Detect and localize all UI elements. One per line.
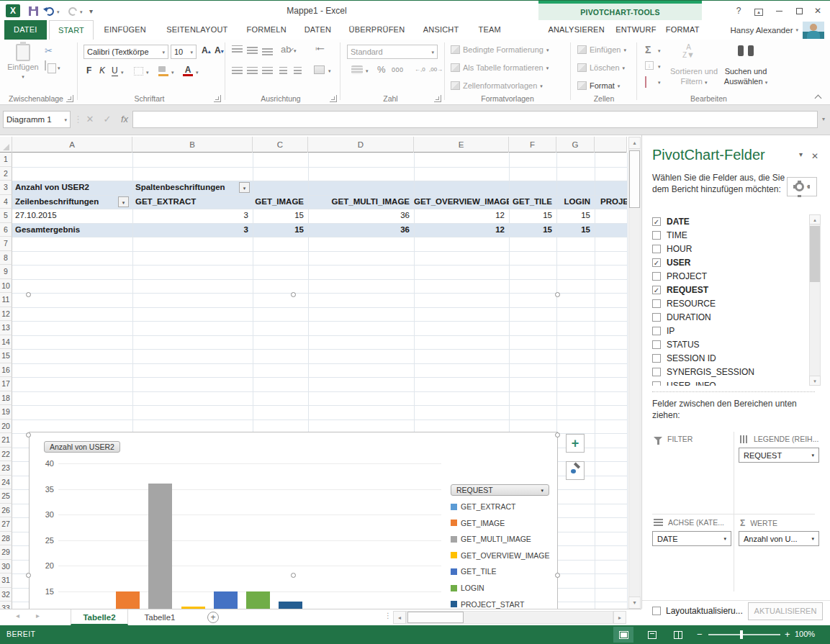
chart-bar-project_start[interactable] [279,602,302,609]
row-header-3[interactable]: 3 [0,181,12,195]
merge-dropdown-icon[interactable]: ▾ [328,68,331,73]
field-checkbox[interactable] [652,299,661,308]
field-item-user-info[interactable]: USER_INFO [652,378,805,386]
pivot-header-cell[interactable]: LOGIN [556,195,595,209]
chart-bar-get_image[interactable] [116,591,140,609]
fill-color-dropdown-icon[interactable]: ▾ [171,70,174,75]
insert-function-icon[interactable]: fx [117,111,132,128]
chart-selection-handle[interactable] [555,573,560,578]
field-item-duration[interactable]: DURATION [652,310,805,324]
chart-selection-handle[interactable] [26,292,31,297]
chart-bar-get_tile[interactable] [214,591,238,609]
update-button[interactable]: AKTUALISIEREN [748,602,823,620]
align-center-icon[interactable] [247,67,258,74]
underline-button[interactable]: U [112,65,118,76]
sheet-tab-tabelle1[interactable]: Tabelle1 [131,609,189,625]
pivot-value-cell[interactable]: 15 [253,209,308,223]
column-header-h[interactable] [595,137,627,153]
row-header-17[interactable]: 17 [0,377,12,391]
pivot-col-label-cell[interactable]: Spaltenbeschriftungen [132,181,237,195]
tab-überprüfen[interactable]: ÜBERPRÜFEN [341,20,412,40]
legend-item-login[interactable]: LOGIN [451,584,484,592]
accounting-dropdown-icon[interactable]: ▾ [366,68,369,73]
pivot-row-label[interactable]: 27.10.2015 [12,209,132,223]
legend-item-project_start[interactable]: PROJECT_START [451,600,524,609]
zoom-in-icon[interactable]: + [785,629,790,640]
zoom-out-icon[interactable]: − [697,629,703,640]
tab-start[interactable]: START [49,20,94,40]
legend-area-item[interactable]: REQUEST▾ [739,448,819,463]
row-header-13[interactable]: 13 [0,321,12,335]
row-header-4[interactable]: 4 [0,195,12,209]
pivot-header-cell[interactable]: GET_EXTRACT [132,195,253,209]
borders-dropdown-icon[interactable]: ▾ [146,70,149,75]
tab-ansicht[interactable]: ANSICHT [413,20,468,40]
row-header-25[interactable]: 25 [0,489,12,504]
autosum-dropdown-icon[interactable]: ▾ [658,48,661,53]
column-header-D[interactable]: D [308,137,414,153]
sheet-vscroll-thumb[interactable] [629,150,640,208]
page-layout-view-button[interactable] [642,627,662,643]
hscroll-thumb[interactable] [407,612,464,623]
align-top-icon[interactable] [232,45,243,53]
chart-styles-button[interactable] [566,461,585,480]
chart-bar-get_multi_image[interactable] [148,484,172,609]
hscroll-right-icon[interactable]: ▸ [613,611,626,624]
column-header-F[interactable]: F [509,137,556,153]
cells-button-1[interactable]: Löschen▾ [577,63,625,72]
pane-dropdown-icon[interactable]: ▾ [799,151,803,158]
sheet-nav-left-icon[interactable]: ◂ [16,612,19,620]
field-item-request[interactable]: ✓REQUEST [652,283,805,296]
styles-button-2[interactable]: Zellenformatvorlagen▾ [451,81,543,90]
undo-dropdown-icon[interactable]: ▾ [57,9,60,14]
close-icon[interactable]: ✕ [810,5,826,18]
field-checkbox[interactable]: ✓ [652,217,661,226]
pivot-header-cell[interactable]: PROJEC [597,195,627,209]
accounting-format-icon[interactable] [351,65,363,74]
row-header-23[interactable]: 23 [0,461,12,476]
row-header-24[interactable]: 24 [0,476,12,490]
pivot-header-cell[interactable]: GET_IMAGE [253,195,308,209]
sheet-vscroll-up-icon[interactable]: ▴ [628,137,641,149]
fill-dropdown-icon[interactable]: ▾ [658,64,661,69]
field-checkbox[interactable] [652,340,661,349]
row-header-21[interactable]: 21 [0,433,12,448]
field-list[interactable]: ✓DATETIMEHOUR✓USERPROJECT✓REQUESTRESOURC… [652,214,805,386]
merge-center-icon[interactable] [314,65,325,74]
cut-icon[interactable]: ✂ [45,45,53,56]
row-header-20[interactable]: 20 [0,419,12,434]
align-bottom-icon[interactable] [262,48,273,55]
orientation-icon[interactable]: ab̷ [281,44,291,55]
field-checkbox[interactable]: ✓ [652,258,661,267]
number-format-select[interactable]: Standard▾ [347,45,438,59]
column-header-G[interactable]: G [556,137,595,153]
pivot-chart[interactable]: Anzahl von USER2 0510152025303540 27.10.… [29,432,558,609]
field-item-time[interactable]: TIME [652,228,805,242]
underline-dropdown-icon[interactable]: ▾ [121,70,124,75]
row-header-14[interactable]: 14 [0,335,12,350]
pivot-row-label[interactable]: Gesamtergebnis [12,223,132,237]
new-sheet-button[interactable]: + [207,612,219,623]
collapse-ribbon-icon[interactable] [816,96,823,100]
redo-icon[interactable] [66,6,79,16]
row-header-11[interactable]: 11 [0,293,12,307]
column-header-B[interactable]: B [132,137,253,153]
row-header-16[interactable]: 16 [0,363,12,378]
align-right-icon[interactable] [262,67,273,74]
chart-selection-handle[interactable] [26,573,31,578]
field-item-hour[interactable]: HOUR [652,242,805,255]
column-header-A[interactable]: A [12,137,132,153]
font-color-dropdown-icon[interactable]: ▾ [196,70,199,75]
legend-item-get_image[interactable]: GET_IMAGE [451,519,505,527]
font-dialog-launcher-icon[interactable] [214,95,221,102]
copy-icon[interactable] [45,61,46,70]
legend-item-get_overview_image[interactable]: GET_OVERVIEW_IMAGE [451,551,550,560]
font-name-select[interactable]: Calibri (Textkörpe▾ [84,45,168,59]
row-header-22[interactable]: 22 [0,448,12,462]
shrink-font-button[interactable]: A▾ [215,45,224,55]
tab-team[interactable]: TEAM [470,20,510,40]
column-labels-filter-button[interactable]: ▾ [239,182,250,193]
fill-color-icon[interactable] [158,66,168,76]
chart-selection-handle[interactable] [291,292,296,297]
minimize-icon[interactable] [771,5,787,18]
